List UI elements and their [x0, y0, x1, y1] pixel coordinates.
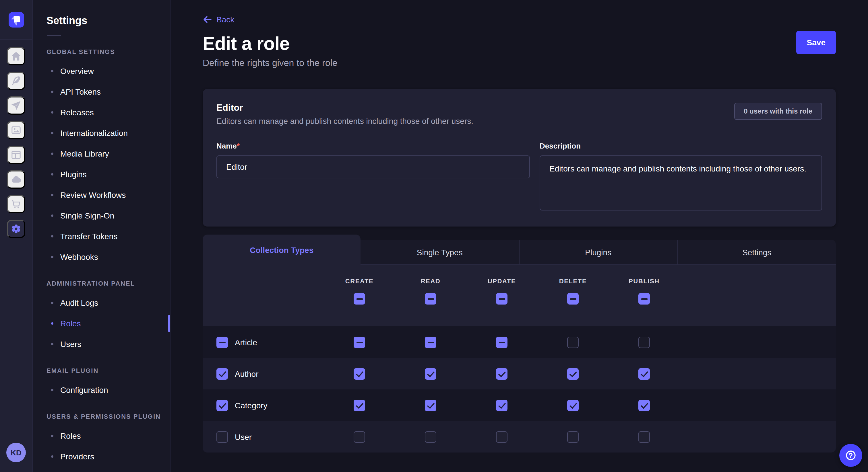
bullet-icon [51, 256, 53, 258]
checked-checkbox[interactable] [216, 400, 228, 411]
column-header-label: UPDATE [488, 278, 516, 284]
settings-gear-icon[interactable] [7, 220, 25, 238]
unchecked-checkbox[interactable] [567, 336, 579, 348]
list-item: Plugins [33, 164, 170, 185]
indeterminate-checkbox[interactable] [425, 293, 436, 305]
sidebar-item-media-library[interactable]: Media Library [33, 143, 170, 164]
indeterminate-checkbox[interactable] [353, 336, 365, 348]
tab-settings[interactable]: Settings [677, 240, 836, 265]
tab-label: Single Types [417, 247, 463, 257]
sidebar-item-review-workflows[interactable]: Review Workflows [33, 185, 170, 205]
permission-cell [466, 368, 537, 379]
bullet-icon [51, 91, 53, 93]
paper-plane-icon[interactable] [7, 96, 25, 115]
sidebar-item-overview[interactable]: Overview [33, 61, 170, 81]
permission-column-delete: DELETE [537, 278, 609, 326]
checked-checkbox[interactable] [496, 368, 507, 379]
permissions-table-header: CREATEREADUPDATEDELETEPUBLISH [203, 265, 836, 326]
sidebar-item-label: Users [60, 339, 81, 349]
save-button[interactable]: Save [797, 31, 836, 54]
indeterminate-checkbox[interactable] [496, 336, 507, 348]
home-icon[interactable] [7, 47, 25, 65]
indeterminate-checkbox[interactable] [496, 293, 507, 305]
indeterminate-checkbox[interactable] [567, 293, 579, 305]
name-input[interactable] [216, 156, 530, 178]
bullet-icon [51, 456, 53, 458]
unchecked-checkbox[interactable] [639, 431, 650, 442]
permissions-table-body: ArticleAuthorCategoryUser [203, 326, 836, 452]
permission-cell [395, 431, 466, 442]
indeterminate-checkbox[interactable] [353, 293, 365, 305]
sidebar-section-label: GLOBAL SETTINGS [33, 48, 170, 55]
checked-checkbox[interactable] [567, 368, 579, 379]
checked-checkbox[interactable] [496, 400, 507, 411]
back-button[interactable]: Back [203, 15, 234, 24]
back-label: Back [216, 15, 234, 24]
description-textarea[interactable]: Editors can manage and publish contents … [539, 156, 822, 210]
sidebar-section: GLOBAL SETTINGS Overview API Tokens Rele… [33, 48, 170, 267]
indeterminate-checkbox[interactable] [639, 293, 650, 305]
list-item: Media Library [33, 143, 170, 164]
sidebar-item-providers[interactable]: Providers [33, 446, 170, 467]
bullet-icon [51, 111, 53, 113]
checked-checkbox[interactable] [425, 400, 436, 411]
nav-icon-list [7, 47, 25, 244]
tab-plugins[interactable]: Plugins [519, 240, 677, 265]
permission-column-publish: PUBLISH [609, 278, 680, 326]
media-library-icon[interactable] [7, 121, 25, 139]
strapi-logo[interactable] [8, 12, 24, 27]
unchecked-checkbox[interactable] [639, 336, 650, 348]
permission-column-update: UPDATE [466, 278, 537, 326]
description-field-label: Description [539, 142, 581, 150]
column-header-label: CREATE [345, 278, 373, 284]
sidebar-item-webhooks[interactable]: Webhooks [33, 247, 170, 267]
unchecked-checkbox[interactable] [425, 431, 436, 442]
unchecked-checkbox[interactable] [496, 431, 507, 442]
checked-checkbox[interactable] [216, 368, 228, 379]
checked-checkbox[interactable] [639, 400, 650, 411]
role-fields: Name* Description Editors can manage and… [216, 140, 822, 213]
permission-cell [324, 336, 395, 348]
unchecked-checkbox[interactable] [216, 431, 228, 442]
sidebar-item-configuration[interactable]: Configuration [33, 380, 170, 400]
sidebar-item-roles[interactable]: Roles [33, 313, 170, 334]
logo-section [0, 0, 32, 40]
sidebar-item-label: Roles [60, 319, 81, 328]
help-button[interactable] [839, 444, 862, 467]
settings-nav: GLOBAL SETTINGS Overview API Tokens Rele… [33, 48, 170, 467]
checked-checkbox[interactable] [353, 400, 365, 411]
checked-checkbox[interactable] [567, 400, 579, 411]
sidebar-item-transfer-tokens[interactable]: Transfer Tokens [33, 226, 170, 247]
sidebar-item-releases[interactable]: Releases [33, 102, 170, 123]
sidebar-item-api-tokens[interactable]: API Tokens [33, 81, 170, 102]
sidebar-item-plugins[interactable]: Plugins [33, 164, 170, 185]
sidebar-item-single-sign-on[interactable]: Single Sign-On [33, 205, 170, 226]
sidebar-section: EMAIL PLUGIN Configuration [33, 367, 170, 400]
checked-checkbox[interactable] [639, 368, 650, 379]
checked-checkbox[interactable] [425, 368, 436, 379]
user-avatar[interactable]: KD [6, 443, 26, 462]
content-type-builder-icon[interactable] [7, 146, 25, 164]
sidebar-item-internationalization[interactable]: Internationalization [33, 123, 170, 143]
marketplace-cart-icon[interactable] [7, 195, 25, 213]
bullet-icon [51, 214, 53, 217]
sidebar-item-roles[interactable]: Roles [33, 426, 170, 446]
unchecked-checkbox[interactable] [353, 431, 365, 442]
checked-checkbox[interactable] [353, 368, 365, 379]
permission-cell [324, 400, 395, 411]
bullet-icon [51, 153, 53, 155]
tab-single-types[interactable]: Single Types [361, 240, 519, 265]
indeterminate-checkbox[interactable] [425, 336, 436, 348]
sidebar-item-audit-logs[interactable]: Audit Logs [33, 293, 170, 313]
feather-icon[interactable] [7, 72, 25, 90]
cloud-icon[interactable] [7, 170, 25, 189]
unchecked-checkbox[interactable] [567, 431, 579, 442]
arrow-left-icon [203, 15, 212, 24]
list-item: Users [33, 334, 170, 355]
tab-collection-types[interactable]: Collection Types [203, 235, 361, 265]
description-field-group: Description Editors can manage and publi… [539, 140, 822, 213]
indeterminate-checkbox[interactable] [216, 336, 228, 348]
sidebar-item-users[interactable]: Users [33, 334, 170, 355]
subnav-title: Settings [33, 15, 170, 27]
permissions-card: Collection Types Single Types Plugins Se… [203, 235, 836, 452]
